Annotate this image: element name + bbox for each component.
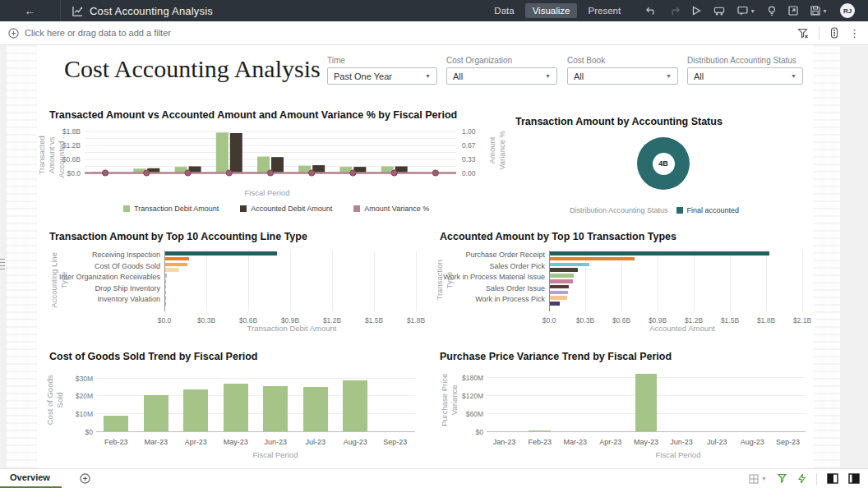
legend-item-label: Amount Variance %	[364, 205, 429, 213]
add-filter-plus-icon	[8, 28, 19, 39]
chevron-down-icon: ▼	[545, 73, 551, 79]
x-tick-label: $1.8B	[403, 316, 429, 325]
user-avatar[interactable]: RJ	[840, 3, 855, 18]
variance-point[interactable]	[391, 170, 397, 176]
bar[interactable]	[144, 395, 169, 431]
panel-right-toggle-icon[interactable]	[848, 473, 860, 484]
gridline	[802, 251, 803, 311]
chart-cogs-trend[interactable]: Cost of Goods Sold Trend by Fiscal Perio…	[45, 351, 432, 462]
chart-ppv-trend[interactable]: Purchase Price Variance Trend by Fiscal …	[436, 351, 814, 462]
bar[interactable]	[165, 291, 166, 295]
legend-swatch	[240, 205, 247, 212]
bar[interactable]	[165, 257, 189, 261]
bar[interactable]	[183, 389, 208, 431]
annotate-icon[interactable]: ▼	[737, 6, 755, 16]
menu-kebab-icon[interactable]: ⋮	[849, 27, 860, 39]
x-tick-label: $2.1B	[789, 316, 815, 325]
insights-icon[interactable]	[768, 6, 776, 16]
bar[interactable]	[550, 291, 568, 295]
y-axis-label-left: Transacted Amount vs Accounted ...	[37, 131, 67, 180]
legend-swatch	[353, 205, 360, 212]
filter-time-select[interactable]: Past One Year ▼	[327, 67, 437, 85]
layout-grid-icon[interactable]: ▼	[749, 474, 767, 484]
variance-point[interactable]	[432, 170, 438, 176]
bar[interactable]	[263, 386, 288, 431]
variance-point[interactable]	[103, 170, 108, 176]
bar[interactable]	[550, 263, 589, 267]
bar[interactable]	[343, 380, 367, 431]
save-icon[interactable]: ▼	[810, 6, 828, 16]
variance-point[interactable]	[309, 170, 315, 176]
chart-combo[interactable]: Transacted Amount vs Accounted Amount an…	[45, 109, 493, 220]
canvas-tab-overview[interactable]: Overview	[0, 469, 62, 488]
y-axis-label: Purchase Price Variance	[440, 371, 459, 429]
workbook-title: Cost Accounting Analysis	[90, 5, 213, 17]
bar[interactable]	[550, 251, 769, 256]
tab-data[interactable]: Data	[487, 3, 521, 18]
bar[interactable]	[165, 263, 187, 267]
filter-distribution-accounting-status: Distribution Accounting Status All ▼	[687, 56, 803, 85]
add-filter-button[interactable]: Click here or drag data to add a filter	[8, 28, 171, 39]
back-button[interactable]: ←	[0, 0, 61, 21]
filter-value: Past One Year	[334, 71, 392, 81]
variance-point[interactable]	[185, 170, 191, 176]
bar[interactable]	[550, 285, 569, 289]
bar[interactable]	[165, 302, 166, 306]
x-tick-label: Jul-23	[296, 438, 335, 446]
chart-donut[interactable]: Transaction Amount by Accounting Status …	[514, 109, 801, 220]
bar-accounted-debit[interactable]	[230, 133, 242, 173]
add-canvas-button[interactable]	[80, 473, 90, 484]
variance-point[interactable]	[144, 170, 150, 176]
donut-slice-final-accounted[interactable]: 4B	[637, 137, 690, 190]
x-tick-label: Jun-23	[256, 438, 295, 446]
refresh-data-icon[interactable]	[713, 6, 725, 16]
panel-drag-handle[interactable]	[0, 259, 5, 272]
filter-bar-filter-icon[interactable]	[797, 28, 809, 39]
bar-transaction-debit[interactable]	[257, 157, 270, 173]
bar[interactable]	[550, 274, 574, 278]
chart-top10-accounting-line-type[interactable]: Transaction Amount by Top 10 Accounting …	[45, 231, 432, 342]
bar[interactable]	[550, 296, 567, 300]
bar[interactable]	[550, 268, 578, 272]
bar[interactable]	[635, 374, 658, 431]
tab-present[interactable]: Present	[580, 3, 628, 18]
chart-plot-area[interactable]: $1.8B$1.2B$0.6B$0.01.000.670.330.00	[45, 126, 493, 185]
open-in-new-icon[interactable]	[788, 6, 798, 16]
legend-item: Transaction Debit Amount	[123, 205, 219, 213]
undo-icon[interactable]	[646, 6, 657, 16]
variance-point[interactable]	[267, 170, 273, 176]
bar[interactable]	[104, 416, 128, 431]
panel-left-toggle-icon[interactable]	[827, 473, 838, 484]
variance-point[interactable]	[350, 170, 356, 176]
bar[interactable]	[165, 274, 167, 278]
legend-item: Amount Variance %	[353, 205, 429, 213]
x-tick-label: Aug-23	[335, 438, 375, 446]
bar[interactable]	[165, 279, 166, 283]
bar[interactable]	[165, 268, 179, 272]
bar[interactable]	[550, 279, 573, 283]
x-tick-label: Feb-23	[520, 438, 560, 446]
bar[interactable]	[165, 296, 166, 300]
chart-plot-area[interactable]: $0.0$0.3B$0.6B$0.9B$1.2B$1.5B$1.8BReceiv…	[45, 249, 432, 331]
bar[interactable]	[550, 302, 560, 306]
filter-cost-book-select[interactable]: All ▼	[567, 67, 678, 85]
chart-plot-area[interactable]: $30M$20M$10M$0Feb-23Mar-23Apr-23May-23Ju…	[45, 366, 432, 451]
chart-top10-transaction-types[interactable]: Accounted Amount by Top 10 Transaction T…	[436, 231, 814, 342]
run-icon[interactable]	[692, 6, 701, 16]
chart-plot-area[interactable]: $180M$120M$60M$0Jan-23Feb-23Mar-23Apr-23…	[436, 366, 814, 451]
filter-distribution-accounting-status-select[interactable]: All ▼	[687, 67, 803, 85]
filter-cost-organization-select[interactable]: All ▼	[446, 67, 557, 85]
bar[interactable]	[224, 384, 248, 431]
auto-apply-icon[interactable]	[797, 473, 806, 484]
variance-point[interactable]	[226, 170, 232, 176]
bar[interactable]	[165, 251, 277, 256]
chart-plot-area[interactable]: $0.0$0.3B$0.6B$0.9B$1.2B$1.5B$1.8B$2.1BP…	[436, 249, 814, 331]
visualization-settings-icon[interactable]	[829, 27, 839, 39]
bar[interactable]	[550, 257, 635, 261]
tab-visualize[interactable]: Visualize	[525, 3, 578, 18]
bar[interactable]	[165, 285, 166, 289]
bar[interactable]	[529, 430, 551, 431]
bar[interactable]	[303, 387, 328, 431]
filter-green-icon[interactable]	[777, 473, 787, 484]
bar-transaction-debit[interactable]	[216, 132, 229, 173]
